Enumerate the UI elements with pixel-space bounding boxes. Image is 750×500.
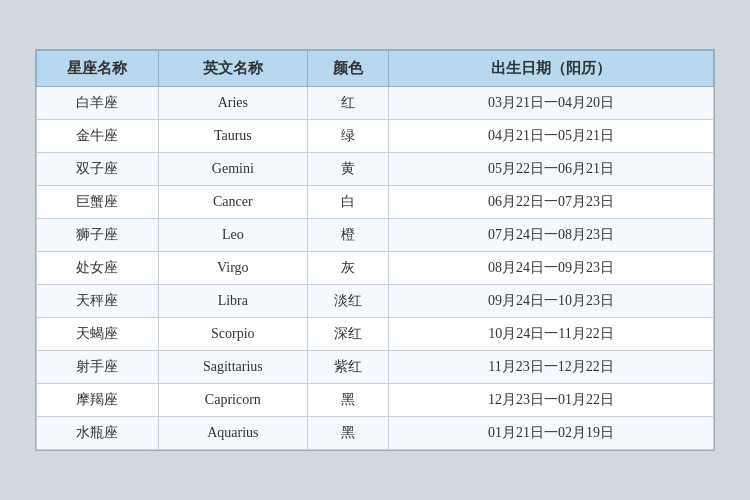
zodiac-table: 星座名称 英文名称 颜色 出生日期（阳历） 白羊座Aries红03月21日一04… — [36, 50, 714, 450]
cell-chinese: 巨蟹座 — [37, 186, 159, 219]
cell-english: Taurus — [158, 120, 307, 153]
header-english: 英文名称 — [158, 51, 307, 87]
cell-color: 绿 — [307, 120, 388, 153]
table-header-row: 星座名称 英文名称 颜色 出生日期（阳历） — [37, 51, 714, 87]
cell-date: 11月23日一12月22日 — [389, 351, 714, 384]
cell-chinese: 天蝎座 — [37, 318, 159, 351]
header-date: 出生日期（阳历） — [389, 51, 714, 87]
cell-color: 灰 — [307, 252, 388, 285]
table-row: 天蝎座Scorpio深红10月24日一11月22日 — [37, 318, 714, 351]
cell-english: Gemini — [158, 153, 307, 186]
cell-color: 黑 — [307, 384, 388, 417]
cell-english: Libra — [158, 285, 307, 318]
cell-color: 橙 — [307, 219, 388, 252]
cell-color: 黑 — [307, 417, 388, 450]
cell-date: 08月24日一09月23日 — [389, 252, 714, 285]
cell-date: 01月21日一02月19日 — [389, 417, 714, 450]
table-row: 白羊座Aries红03月21日一04月20日 — [37, 87, 714, 120]
table-row: 水瓶座Aquarius黑01月21日一02月19日 — [37, 417, 714, 450]
table-row: 射手座Sagittarius紫红11月23日一12月22日 — [37, 351, 714, 384]
cell-date: 06月22日一07月23日 — [389, 186, 714, 219]
cell-english: Cancer — [158, 186, 307, 219]
cell-date: 09月24日一10月23日 — [389, 285, 714, 318]
table-row: 处女座Virgo灰08月24日一09月23日 — [37, 252, 714, 285]
cell-chinese: 金牛座 — [37, 120, 159, 153]
cell-english: Virgo — [158, 252, 307, 285]
cell-color: 紫红 — [307, 351, 388, 384]
cell-date: 05月22日一06月21日 — [389, 153, 714, 186]
cell-english: Scorpio — [158, 318, 307, 351]
cell-chinese: 水瓶座 — [37, 417, 159, 450]
cell-chinese: 双子座 — [37, 153, 159, 186]
cell-chinese: 处女座 — [37, 252, 159, 285]
cell-chinese: 摩羯座 — [37, 384, 159, 417]
cell-english: Leo — [158, 219, 307, 252]
header-color: 颜色 — [307, 51, 388, 87]
cell-chinese: 狮子座 — [37, 219, 159, 252]
cell-date: 10月24日一11月22日 — [389, 318, 714, 351]
zodiac-table-container: 星座名称 英文名称 颜色 出生日期（阳历） 白羊座Aries红03月21日一04… — [35, 49, 715, 451]
cell-color: 白 — [307, 186, 388, 219]
cell-chinese: 射手座 — [37, 351, 159, 384]
cell-date: 04月21日一05月21日 — [389, 120, 714, 153]
cell-color: 黄 — [307, 153, 388, 186]
table-row: 金牛座Taurus绿04月21日一05月21日 — [37, 120, 714, 153]
cell-date: 03月21日一04月20日 — [389, 87, 714, 120]
table-row: 摩羯座Capricorn黑12月23日一01月22日 — [37, 384, 714, 417]
cell-chinese: 白羊座 — [37, 87, 159, 120]
cell-english: Sagittarius — [158, 351, 307, 384]
cell-english: Capricorn — [158, 384, 307, 417]
cell-color: 红 — [307, 87, 388, 120]
cell-color: 深红 — [307, 318, 388, 351]
table-row: 双子座Gemini黄05月22日一06月21日 — [37, 153, 714, 186]
cell-chinese: 天秤座 — [37, 285, 159, 318]
cell-english: Aquarius — [158, 417, 307, 450]
cell-color: 淡红 — [307, 285, 388, 318]
cell-date: 12月23日一01月22日 — [389, 384, 714, 417]
header-chinese: 星座名称 — [37, 51, 159, 87]
cell-date: 07月24日一08月23日 — [389, 219, 714, 252]
table-row: 狮子座Leo橙07月24日一08月23日 — [37, 219, 714, 252]
cell-english: Aries — [158, 87, 307, 120]
table-row: 天秤座Libra淡红09月24日一10月23日 — [37, 285, 714, 318]
table-row: 巨蟹座Cancer白06月22日一07月23日 — [37, 186, 714, 219]
